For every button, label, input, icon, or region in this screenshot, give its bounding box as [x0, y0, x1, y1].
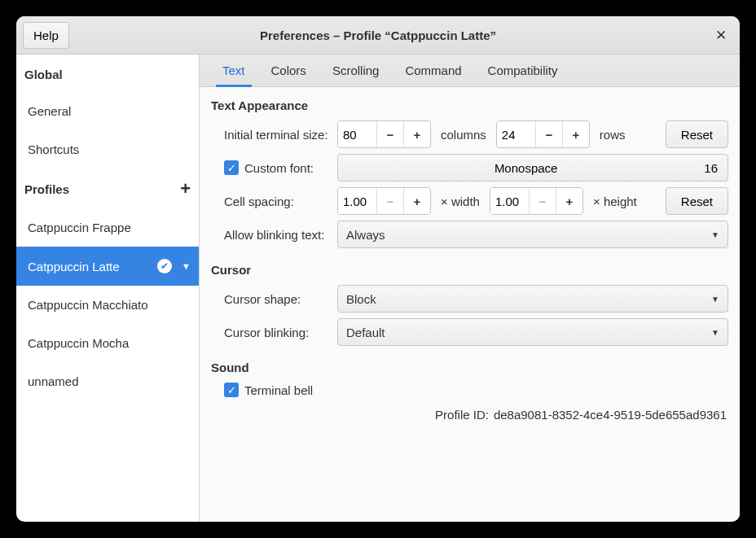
sidebar-item-shortcuts[interactable]: Shortcuts: [16, 130, 199, 168]
row-cursor-shape: Cursor shape: Block ▼: [211, 285, 728, 313]
sidebar-item-profile-macchiato[interactable]: Catppuccin Macchiato: [16, 286, 199, 324]
sidebar-item-profile-unnamed[interactable]: unnamed: [16, 362, 199, 400]
sidebar-profiles-label: Profiles: [24, 182, 69, 196]
cell-width-plus-icon[interactable]: +: [403, 188, 430, 214]
help-button[interactable]: Help: [23, 22, 69, 49]
row-initial-size: Initial terminal size: − + columns − +: [211, 120, 728, 148]
columns-minus-icon[interactable]: −: [376, 121, 403, 147]
tab-content: Text Appearance Initial terminal size: −…: [200, 87, 740, 522]
window-title: Preferences – Profile “Catppuccin Latte”: [16, 28, 740, 42]
profile-menu-caret-icon[interactable]: ▼: [182, 261, 191, 271]
cell-height-plus-icon[interactable]: +: [556, 188, 582, 214]
custom-font-label: Custom font:: [244, 161, 314, 175]
tabs: Text Colors Scrolling Command Compatibil…: [200, 55, 740, 87]
rows-stepper[interactable]: − +: [496, 120, 590, 148]
cell-width-minus-icon: −: [376, 188, 403, 214]
font-name-label: Monospace: [494, 161, 558, 175]
dropdown-icon: ▼: [711, 295, 719, 304]
cell-height-unit-label: × height: [590, 195, 640, 208]
row-allow-blinking: Allow blinking text: Always ▼: [211, 221, 728, 248]
add-profile-icon[interactable]: +: [180, 180, 191, 198]
section-title-cursor: Cursor: [211, 263, 728, 277]
main-panel: Text Colors Scrolling Command Compatibil…: [200, 55, 740, 522]
initial-size-controls: − + columns − + rows Reset: [337, 120, 728, 148]
terminal-bell-checkbox-group[interactable]: ✓ Terminal bell: [224, 383, 313, 397]
section-title-sound: Sound: [211, 361, 728, 374]
titlebar: Help Preferences – Profile “Catppuccin L…: [16, 16, 740, 55]
tab-colors[interactable]: Colors: [258, 55, 319, 86]
close-icon[interactable]: ✕: [709, 23, 733, 47]
columns-input[interactable]: [338, 121, 376, 147]
font-chooser-button[interactable]: Monospace 16: [337, 154, 728, 182]
allow-blinking-label: Allow blinking text:: [224, 228, 337, 242]
tab-text[interactable]: Text: [209, 55, 258, 86]
cursor-shape-select[interactable]: Block ▼: [337, 285, 728, 313]
cell-height-stepper[interactable]: − +: [490, 187, 583, 215]
cell-spacing-controls: − + × width − + × height Reset: [337, 187, 728, 215]
initial-size-label: Initial terminal size:: [224, 128, 337, 142]
row-terminal-bell: ✓ Terminal bell: [211, 383, 728, 397]
body: Global General Shortcuts Profiles + Catp…: [16, 55, 740, 522]
columns-stepper[interactable]: − +: [337, 120, 431, 148]
sidebar: Global General Shortcuts Profiles + Catp…: [16, 55, 200, 522]
sidebar-item-general[interactable]: General: [16, 92, 199, 130]
sidebar-item-profile-frappe[interactable]: Catppuccin Frappe: [16, 208, 199, 247]
allow-blinking-controls: Always ▼: [337, 221, 728, 248]
cursor-blinking-label: Cursor blinking:: [224, 326, 337, 339]
sidebar-item-profile-latte[interactable]: Catppuccin Latte ✔ ▼: [16, 247, 199, 286]
rows-unit-label: rows: [596, 128, 629, 142]
allow-blinking-select[interactable]: Always ▼: [337, 221, 728, 248]
terminal-bell-checkbox[interactable]: ✓: [224, 383, 239, 397]
terminal-bell-label: Terminal bell: [244, 383, 313, 397]
cell-height-input[interactable]: [490, 188, 529, 214]
columns-plus-icon[interactable]: +: [403, 121, 430, 147]
profile-id-value: de8a9081-8352-4ce4-9519-5de655ad9361: [494, 408, 727, 422]
cell-width-input[interactable]: [338, 188, 376, 214]
custom-font-controls: Monospace 16: [337, 154, 728, 182]
dropdown-icon: ▼: [711, 230, 719, 239]
sidebar-item-label: Catppuccin Latte: [28, 260, 120, 273]
rows-minus-icon[interactable]: −: [535, 121, 562, 147]
custom-font-checkbox[interactable]: ✓: [224, 160, 239, 175]
cursor-shape-value: Block: [346, 292, 376, 306]
rows-plus-icon[interactable]: +: [562, 121, 589, 147]
cell-spacing-label: Cell spacing:: [224, 195, 337, 208]
profile-id-label: Profile ID:: [435, 408, 489, 422]
section-title-text-appearance: Text Appearance: [211, 98, 728, 112]
cell-width-unit-label: × width: [437, 195, 483, 208]
custom-font-checkbox-group[interactable]: ✓ Custom font:: [224, 160, 337, 175]
active-profile-check-icon: ✔: [157, 259, 172, 273]
allow-blinking-value: Always: [346, 228, 385, 242]
cursor-shape-controls: Block ▼: [337, 285, 728, 313]
tab-scrolling[interactable]: Scrolling: [319, 55, 393, 86]
row-custom-font: ✓ Custom font: Monospace 16: [211, 154, 728, 182]
cell-height-minus-icon: −: [529, 188, 556, 214]
columns-unit-label: columns: [437, 128, 490, 142]
sidebar-item-profile-mocha[interactable]: Catppuccin Mocha: [16, 324, 199, 362]
reset-size-button[interactable]: Reset: [666, 120, 728, 148]
dropdown-icon: ▼: [711, 328, 719, 337]
rows-input[interactable]: [497, 121, 535, 147]
tab-compatibility[interactable]: Compatibility: [475, 55, 571, 86]
cell-width-stepper[interactable]: − +: [337, 187, 431, 215]
font-size-label: 16: [704, 161, 718, 175]
cursor-blinking-controls: Default ▼: [337, 318, 728, 346]
preferences-window: Help Preferences – Profile “Catppuccin L…: [16, 16, 740, 522]
sidebar-header-global: Global: [16, 56, 199, 92]
tab-command[interactable]: Command: [392, 55, 474, 86]
row-cursor-blinking: Cursor blinking: Default ▼: [211, 318, 728, 346]
cursor-blinking-select[interactable]: Default ▼: [337, 318, 728, 346]
profile-id-footer: Profile ID: de8a9081-8352-4ce4-9519-5de6…: [211, 403, 728, 425]
cursor-blinking-value: Default: [346, 326, 385, 339]
cursor-shape-label: Cursor shape:: [224, 292, 337, 306]
sidebar-header-profiles: Profiles +: [16, 168, 199, 208]
row-cell-spacing: Cell spacing: − + × width − +: [211, 187, 728, 215]
reset-cell-button[interactable]: Reset: [666, 187, 728, 215]
